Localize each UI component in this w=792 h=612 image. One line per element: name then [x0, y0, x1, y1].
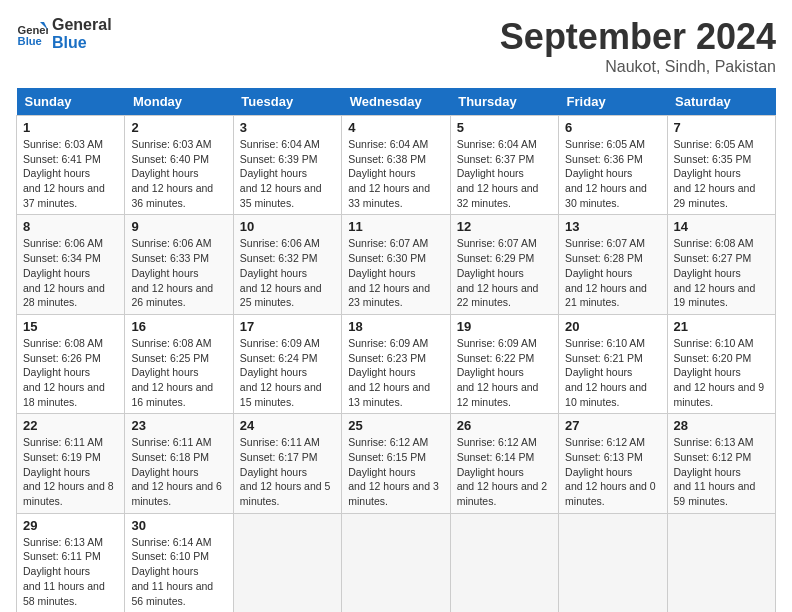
day-number: 11: [348, 219, 443, 234]
day-info: Sunrise: 6:05 AM Sunset: 6:36 PM Dayligh…: [565, 137, 660, 210]
day-info: Sunrise: 6:03 AM Sunset: 6:40 PM Dayligh…: [131, 137, 226, 210]
day-number: 13: [565, 219, 660, 234]
logo-icon: General Blue: [16, 18, 48, 50]
svg-text:General: General: [18, 24, 48, 36]
day-number: 3: [240, 120, 335, 135]
calendar-cell: 17 Sunrise: 6:09 AM Sunset: 6:24 PM Dayl…: [233, 314, 341, 413]
month-title: September 2024: [500, 16, 776, 58]
day-info: Sunrise: 6:07 AM Sunset: 6:29 PM Dayligh…: [457, 236, 552, 309]
calendar-cell: 29 Sunrise: 6:13 AM Sunset: 6:11 PM Dayl…: [17, 513, 125, 612]
day-info: Sunrise: 6:12 AM Sunset: 6:14 PM Dayligh…: [457, 435, 552, 508]
day-info: Sunrise: 6:09 AM Sunset: 6:24 PM Dayligh…: [240, 336, 335, 409]
calendar-cell: 23 Sunrise: 6:11 AM Sunset: 6:18 PM Dayl…: [125, 414, 233, 513]
day-info: Sunrise: 6:11 AM Sunset: 6:18 PM Dayligh…: [131, 435, 226, 508]
calendar-cell: [559, 513, 667, 612]
day-number: 19: [457, 319, 552, 334]
day-number: 4: [348, 120, 443, 135]
day-info: Sunrise: 6:08 AM Sunset: 6:26 PM Dayligh…: [23, 336, 118, 409]
day-info: Sunrise: 6:06 AM Sunset: 6:34 PM Dayligh…: [23, 236, 118, 309]
day-info: Sunrise: 6:13 AM Sunset: 6:12 PM Dayligh…: [674, 435, 769, 508]
day-number: 29: [23, 518, 118, 533]
calendar-cell: 8 Sunrise: 6:06 AM Sunset: 6:34 PM Dayli…: [17, 215, 125, 314]
day-info: Sunrise: 6:05 AM Sunset: 6:35 PM Dayligh…: [674, 137, 769, 210]
day-info: Sunrise: 6:08 AM Sunset: 6:25 PM Dayligh…: [131, 336, 226, 409]
calendar-cell: 28 Sunrise: 6:13 AM Sunset: 6:12 PM Dayl…: [667, 414, 775, 513]
day-number: 15: [23, 319, 118, 334]
weekday-header-friday: Friday: [559, 88, 667, 116]
calendar-cell: 5 Sunrise: 6:04 AM Sunset: 6:37 PM Dayli…: [450, 116, 558, 215]
calendar-cell: 20 Sunrise: 6:10 AM Sunset: 6:21 PM Dayl…: [559, 314, 667, 413]
calendar-cell: 9 Sunrise: 6:06 AM Sunset: 6:33 PM Dayli…: [125, 215, 233, 314]
weekday-header-saturday: Saturday: [667, 88, 775, 116]
day-info: Sunrise: 6:12 AM Sunset: 6:15 PM Dayligh…: [348, 435, 443, 508]
title-block: September 2024 Naukot, Sindh, Pakistan: [500, 16, 776, 76]
calendar-cell: 22 Sunrise: 6:11 AM Sunset: 6:19 PM Dayl…: [17, 414, 125, 513]
day-info: Sunrise: 6:03 AM Sunset: 6:41 PM Dayligh…: [23, 137, 118, 210]
day-info: Sunrise: 6:09 AM Sunset: 6:22 PM Dayligh…: [457, 336, 552, 409]
day-info: Sunrise: 6:10 AM Sunset: 6:21 PM Dayligh…: [565, 336, 660, 409]
day-number: 1: [23, 120, 118, 135]
day-number: 18: [348, 319, 443, 334]
day-number: 30: [131, 518, 226, 533]
day-number: 8: [23, 219, 118, 234]
calendar-cell: 1 Sunrise: 6:03 AM Sunset: 6:41 PM Dayli…: [17, 116, 125, 215]
day-number: 5: [457, 120, 552, 135]
calendar-cell: 15 Sunrise: 6:08 AM Sunset: 6:26 PM Dayl…: [17, 314, 125, 413]
day-number: 2: [131, 120, 226, 135]
calendar-cell: 12 Sunrise: 6:07 AM Sunset: 6:29 PM Dayl…: [450, 215, 558, 314]
day-info: Sunrise: 6:04 AM Sunset: 6:38 PM Dayligh…: [348, 137, 443, 210]
calendar-week-row: 8 Sunrise: 6:06 AM Sunset: 6:34 PM Dayli…: [17, 215, 776, 314]
day-info: Sunrise: 6:06 AM Sunset: 6:32 PM Dayligh…: [240, 236, 335, 309]
day-number: 22: [23, 418, 118, 433]
day-number: 23: [131, 418, 226, 433]
calendar-cell: 21 Sunrise: 6:10 AM Sunset: 6:20 PM Dayl…: [667, 314, 775, 413]
day-info: Sunrise: 6:07 AM Sunset: 6:28 PM Dayligh…: [565, 236, 660, 309]
logo: General Blue General Blue: [16, 16, 112, 52]
calendar-table: SundayMondayTuesdayWednesdayThursdayFrid…: [16, 88, 776, 612]
day-number: 14: [674, 219, 769, 234]
day-info: Sunrise: 6:06 AM Sunset: 6:33 PM Dayligh…: [131, 236, 226, 309]
calendar-cell: 24 Sunrise: 6:11 AM Sunset: 6:17 PM Dayl…: [233, 414, 341, 513]
calendar-week-row: 22 Sunrise: 6:11 AM Sunset: 6:19 PM Dayl…: [17, 414, 776, 513]
calendar-cell: [342, 513, 450, 612]
logo-text-line1: General: [52, 16, 112, 34]
page-header: General Blue General Blue September 2024…: [16, 16, 776, 76]
day-info: Sunrise: 6:07 AM Sunset: 6:30 PM Dayligh…: [348, 236, 443, 309]
day-number: 16: [131, 319, 226, 334]
weekday-header-thursday: Thursday: [450, 88, 558, 116]
day-number: 7: [674, 120, 769, 135]
day-info: Sunrise: 6:04 AM Sunset: 6:39 PM Dayligh…: [240, 137, 335, 210]
weekday-header-sunday: Sunday: [17, 88, 125, 116]
calendar-cell: 19 Sunrise: 6:09 AM Sunset: 6:22 PM Dayl…: [450, 314, 558, 413]
day-info: Sunrise: 6:11 AM Sunset: 6:19 PM Dayligh…: [23, 435, 118, 508]
day-number: 24: [240, 418, 335, 433]
calendar-cell: 25 Sunrise: 6:12 AM Sunset: 6:15 PM Dayl…: [342, 414, 450, 513]
weekday-header-row: SundayMondayTuesdayWednesdayThursdayFrid…: [17, 88, 776, 116]
day-number: 21: [674, 319, 769, 334]
day-info: Sunrise: 6:10 AM Sunset: 6:20 PM Dayligh…: [674, 336, 769, 409]
day-number: 10: [240, 219, 335, 234]
day-info: Sunrise: 6:11 AM Sunset: 6:17 PM Dayligh…: [240, 435, 335, 508]
day-number: 26: [457, 418, 552, 433]
calendar-cell: [233, 513, 341, 612]
day-number: 12: [457, 219, 552, 234]
day-number: 25: [348, 418, 443, 433]
day-info: Sunrise: 6:12 AM Sunset: 6:13 PM Dayligh…: [565, 435, 660, 508]
calendar-cell: 6 Sunrise: 6:05 AM Sunset: 6:36 PM Dayli…: [559, 116, 667, 215]
calendar-cell: 26 Sunrise: 6:12 AM Sunset: 6:14 PM Dayl…: [450, 414, 558, 513]
calendar-week-row: 15 Sunrise: 6:08 AM Sunset: 6:26 PM Dayl…: [17, 314, 776, 413]
day-number: 20: [565, 319, 660, 334]
calendar-cell: 11 Sunrise: 6:07 AM Sunset: 6:30 PM Dayl…: [342, 215, 450, 314]
day-info: Sunrise: 6:14 AM Sunset: 6:10 PM Dayligh…: [131, 535, 226, 608]
day-number: 6: [565, 120, 660, 135]
calendar-cell: 4 Sunrise: 6:04 AM Sunset: 6:38 PM Dayli…: [342, 116, 450, 215]
day-number: 27: [565, 418, 660, 433]
calendar-week-row: 1 Sunrise: 6:03 AM Sunset: 6:41 PM Dayli…: [17, 116, 776, 215]
weekday-header-wednesday: Wednesday: [342, 88, 450, 116]
day-number: 28: [674, 418, 769, 433]
location: Naukot, Sindh, Pakistan: [500, 58, 776, 76]
calendar-cell: 2 Sunrise: 6:03 AM Sunset: 6:40 PM Dayli…: [125, 116, 233, 215]
calendar-cell: 16 Sunrise: 6:08 AM Sunset: 6:25 PM Dayl…: [125, 314, 233, 413]
calendar-cell: 10 Sunrise: 6:06 AM Sunset: 6:32 PM Dayl…: [233, 215, 341, 314]
calendar-body: 1 Sunrise: 6:03 AM Sunset: 6:41 PM Dayli…: [17, 116, 776, 613]
